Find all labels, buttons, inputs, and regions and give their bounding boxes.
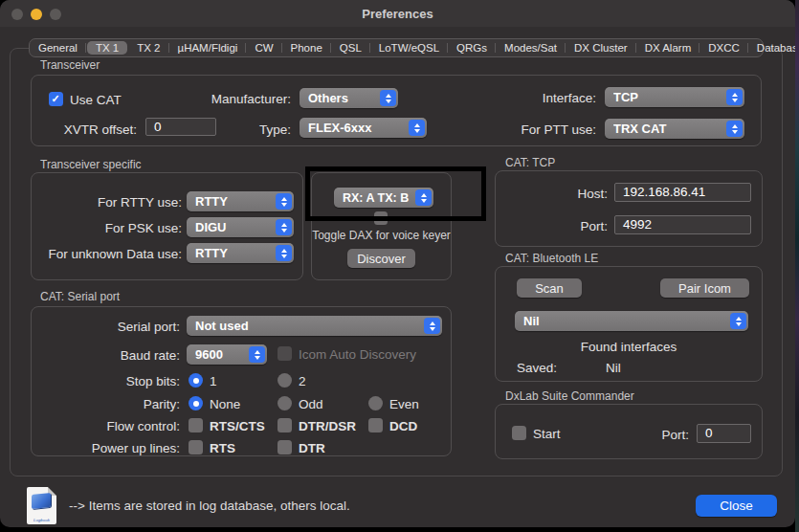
- power-dtr-label: DTR: [299, 441, 325, 455]
- transceiver-specific-section-label: Transceiver specific: [40, 159, 142, 171]
- window-title: Preferences: [0, 7, 795, 21]
- host-field[interactable]: 192.168.86.41: [614, 183, 751, 202]
- baud-rate-dropdown[interactable]: 9600: [187, 344, 267, 365]
- flow-rtscts-checkbox[interactable]: [189, 418, 203, 432]
- stepper-icon: [276, 245, 292, 261]
- parity-odd-radio[interactable]: [277, 396, 292, 410]
- power-rts-label: RTS: [210, 441, 235, 455]
- ptt-use-dropdown[interactable]: TRX CAT: [605, 119, 744, 139]
- icom-auto-discovery-label: Icom Auto Discovery: [299, 347, 416, 362]
- cat-serial-section-label: CAT: Serial port: [40, 291, 120, 303]
- tab-dx-alarm[interactable]: DX Alarm: [636, 39, 700, 56]
- dxlab-port-label: Port:: [641, 428, 689, 442]
- unknown-data-use-label: For unknown Data use:: [29, 247, 182, 261]
- rtty-use-dropdown[interactable]: RTTY: [187, 191, 294, 211]
- cat-tcp-group-box: [495, 170, 763, 247]
- tcp-port-label: Port:: [541, 219, 608, 233]
- parity-none-radio[interactable]: [189, 396, 203, 410]
- stepper-icon: [276, 219, 292, 235]
- discover-button[interactable]: Discover: [347, 249, 415, 268]
- use-cat-label: Use CAT: [70, 93, 122, 107]
- stop-bits-1-radio[interactable]: [189, 373, 203, 388]
- cat-tcp-section-label: CAT: TCP: [505, 157, 555, 169]
- serial-port-dropdown[interactable]: Not used: [187, 316, 442, 336]
- logbook-file-icon: Logbook: [27, 487, 56, 524]
- type-label: Type:: [220, 122, 291, 137]
- xvtr-offset-label: XVTR offset:: [38, 122, 137, 137]
- blue-book-icon: [32, 493, 51, 509]
- scan-button[interactable]: Scan: [517, 278, 582, 298]
- parity-odd-label: Odd: [299, 397, 323, 411]
- icom-auto-discovery-checkbox: [277, 346, 292, 361]
- psk-use-dropdown[interactable]: DIGU: [187, 217, 294, 237]
- interface-label: Interface:: [498, 91, 596, 105]
- flow-dtrdsr-label: DTR/DSR: [299, 419, 356, 433]
- flow-dcd-checkbox[interactable]: [368, 418, 383, 432]
- power-rts-checkbox[interactable]: [189, 440, 203, 454]
- toggle-dax-checkbox[interactable]: [374, 211, 388, 225]
- close-button[interactable]: Close: [696, 495, 777, 517]
- xvtr-offset-field[interactable]: 0: [145, 118, 216, 136]
- dxlab-start-label: Start: [533, 427, 561, 441]
- title-bar: Preferences: [0, 0, 795, 27]
- dxlab-start-checkbox[interactable]: [512, 426, 526, 440]
- dxlab-port-field[interactable]: 0: [697, 424, 751, 443]
- tab-tx1[interactable]: TX 1: [87, 41, 127, 55]
- tab-dxcc[interactable]: DXCC: [699, 39, 748, 56]
- toggle-dax-label: Toggle DAX for voice keyer: [311, 229, 452, 243]
- unknown-data-use-dropdown[interactable]: RTTY: [187, 243, 294, 263]
- pair-icom-button[interactable]: Pair Icom: [660, 278, 749, 298]
- parity-label: Parity:: [84, 397, 180, 411]
- use-cat-checkbox[interactable]: [49, 92, 63, 106]
- parity-even-label: Even: [389, 397, 419, 411]
- dxlab-section-label: DxLab Suite Commander: [505, 390, 634, 403]
- manufacturer-label: Manufacturer:: [172, 92, 291, 106]
- serial-port-label: Serial port:: [84, 320, 180, 334]
- tab-uham-fldigi[interactable]: µHAM/Fldigi: [169, 39, 247, 56]
- footer-note: --> Items are stored in log database, ot…: [69, 499, 350, 513]
- saved-value: Nil: [606, 361, 621, 375]
- tab-modes-sat[interactable]: Modes/Sat: [496, 39, 566, 56]
- rtty-use-label: For RTTY use:: [57, 195, 182, 210]
- stop-bits-2-radio[interactable]: [277, 373, 292, 388]
- baud-rate-label: Baud rate:: [84, 348, 180, 363]
- stepper-icon: [726, 89, 743, 105]
- type-dropdown[interactable]: FLEX-6xxx: [300, 118, 427, 138]
- saved-label: Saved:: [517, 361, 557, 375]
- flow-dtrdsr-checkbox[interactable]: [277, 418, 292, 432]
- desktop-edge-strip: [795, 0, 799, 532]
- tcp-port-field[interactable]: 4992: [614, 215, 751, 234]
- found-interfaces-dropdown[interactable]: Nil: [515, 311, 748, 331]
- tab-tx2[interactable]: TX 2: [128, 39, 168, 56]
- power-up-lines-label: Power up lines:: [67, 441, 180, 455]
- stop-bits-1-label: 1: [210, 374, 217, 388]
- rx-tx-dax-dropdown[interactable]: RX: A TX: B: [334, 188, 433, 208]
- tab-qrgs[interactable]: QRGs: [448, 39, 496, 56]
- tab-qsl[interactable]: QSL: [331, 39, 370, 56]
- ptt-use-label: For PTT use:: [488, 122, 596, 137]
- stepper-icon: [276, 193, 292, 210]
- tab-general[interactable]: General: [30, 39, 86, 56]
- tab-databases[interactable]: Databases: [748, 39, 795, 56]
- stepper-icon: [730, 313, 746, 329]
- flow-dcd-label: DCD: [389, 419, 417, 433]
- found-interfaces-label: Found interfaces: [495, 340, 763, 354]
- flow-control-label: Flow control:: [84, 419, 180, 433]
- stop-bits-label: Stop bits:: [84, 374, 180, 388]
- psk-use-label: For PSK use:: [57, 221, 182, 235]
- tab-phone[interactable]: Phone: [282, 39, 331, 56]
- parity-none-label: None: [210, 397, 240, 411]
- stepper-icon: [409, 120, 425, 136]
- interface-dropdown[interactable]: TCP: [605, 87, 744, 107]
- parity-even-radio[interactable]: [368, 396, 383, 410]
- preferences-window: Preferences General TX 1 TX 2 µHAM/Fldig…: [0, 0, 795, 527]
- tab-cw[interactable]: CW: [246, 39, 281, 56]
- power-dtr-checkbox[interactable]: [277, 440, 292, 454]
- cat-bluetooth-section-label: CAT: Bluetooth LE: [505, 253, 598, 265]
- preferences-tab-bar: General TX 1 TX 2 µHAM/Fldigi CW Phone Q…: [29, 38, 764, 57]
- tab-lotw-eqsl[interactable]: LoTW/eQSL: [370, 39, 448, 56]
- manufacturer-dropdown[interactable]: Others: [300, 88, 398, 108]
- stepper-icon: [415, 189, 432, 206]
- stepper-icon: [380, 90, 396, 106]
- tab-dx-cluster[interactable]: DX Cluster: [566, 39, 636, 56]
